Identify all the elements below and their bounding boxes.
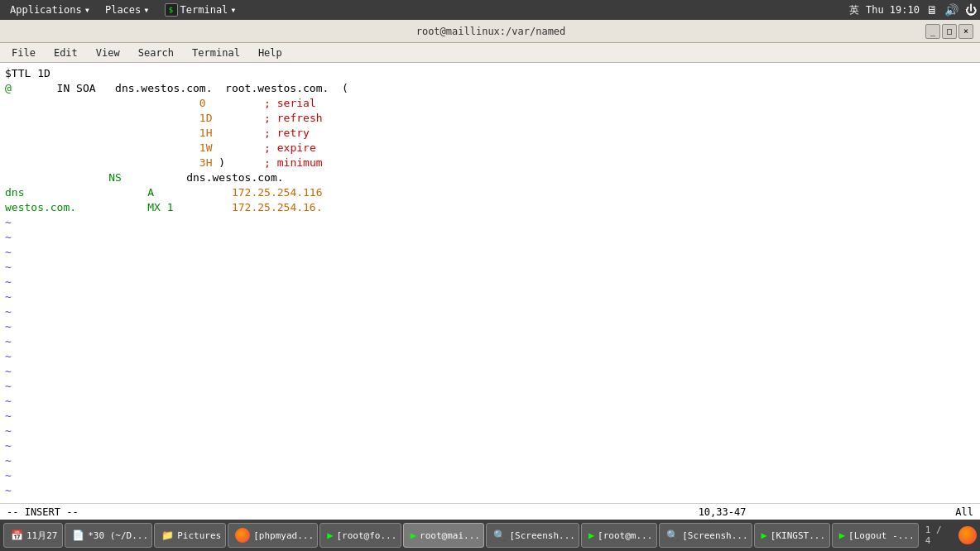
editor-area[interactable]: $TTL 1D @ IN SOA dns.westos.com. root.we… [0, 63, 980, 503]
editor-tilde: ~ [5, 334, 975, 349]
clock: Thu 19:10 [866, 4, 920, 16]
taskbar-label: [Logout -... [848, 530, 914, 541]
editor-tilde: ~ [5, 409, 975, 424]
vim-position: 10,33-47 All [699, 506, 973, 518]
taskbar-label: [Screensh... [682, 530, 747, 541]
taskbar-item-screensh-1[interactable]: 🔍 [Screensh... [486, 523, 579, 548]
menu-search[interactable]: Search [130, 46, 182, 60]
taskbar-firefox-icon[interactable] [958, 526, 977, 544]
editor-tilde: ~ [5, 275, 975, 290]
editor-tilde: ~ [5, 290, 975, 304]
editor-line: dns A 172.25.254.116 [5, 185, 975, 200]
editor-tilde: ~ [5, 453, 975, 468]
menu-terminal[interactable]: Terminal [184, 46, 248, 60]
system-bar-right: 英 Thu 19:10 🖥 🔊 ⏻ [849, 3, 977, 17]
terminal-arrow: ▾ [230, 4, 236, 16]
editor-tilde: ~ [5, 379, 975, 394]
taskbar-label: [phpmyad... [253, 530, 314, 541]
taskbar-label: [root@fo... [336, 530, 396, 541]
taskbar-page: 1 / 4 [920, 525, 955, 546]
minimize-button[interactable]: _ [925, 24, 940, 39]
taskbar-label: 11月27 [26, 529, 58, 542]
editor-line: 0 ; serial [5, 96, 975, 111]
taskbar-label: Pictures [177, 530, 221, 541]
close-button[interactable]: × [958, 24, 973, 39]
menu-help[interactable]: Help [250, 46, 291, 60]
title-bar: root@maillinux:/var/named _ □ × [0, 20, 980, 43]
editor-line: @ IN SOA dns.westos.com. root.westos.com… [5, 81, 975, 96]
menu-bar: File Edit View Search Terminal Help [0, 43, 980, 63]
editor-tilde: ~ [5, 468, 975, 483]
editor-line: 1H ; retry [5, 126, 975, 141]
taskbar-label: [KINGST... [771, 530, 825, 541]
editor-tilde: ~ [5, 424, 975, 438]
editor-tilde: ~ [5, 304, 975, 319]
places-arrow: ▾ [143, 4, 149, 16]
folder-icon: 📁 [161, 529, 174, 541]
window-title: root@maillinux:/var/named [56, 26, 925, 37]
terminal-icon: ▶ [588, 529, 594, 541]
editor-tilde: ~ [5, 498, 975, 503]
taskbar-label: *30 (~/D... [88, 530, 148, 541]
taskbar-item-root-m[interactable]: ▶ [root@m... [581, 523, 657, 548]
editor-line: 1D ; refresh [5, 111, 975, 126]
vim-mode: -- INSERT -- [7, 506, 79, 518]
monitor-icon[interactable]: 🖥 [926, 3, 938, 17]
search-icon: 🔍 [493, 529, 506, 541]
taskbar-right: 1 / 4 [920, 525, 977, 546]
terminal-menu[interactable]: $ Terminal ▾ [158, 2, 243, 18]
search-icon: 🔍 [666, 529, 679, 541]
taskbar-item-calendar[interactable]: 📅 11月27 [3, 523, 63, 548]
system-bar: Applications ▾ Places ▾ $ Terminal ▾ 英 T… [0, 0, 980, 20]
editor-line: $TTL 1D [5, 66, 975, 81]
menu-view[interactable]: View [88, 46, 128, 60]
terminal-window: root@maillinux:/var/named _ □ × File Edi… [0, 20, 980, 520]
terminal-icon: ▶ [411, 529, 416, 541]
taskbar-label: [Screensh... [509, 530, 574, 541]
places-menu[interactable]: Places ▾ [98, 2, 156, 17]
system-bar-left: Applications ▾ Places ▾ $ Terminal ▾ [3, 2, 243, 18]
editor-tilde: ~ [5, 364, 975, 379]
power-icon[interactable]: ⏻ [965, 3, 977, 17]
editor-tilde: ~ [5, 319, 975, 334]
editor-tilde: ~ [5, 230, 975, 245]
taskbar-item-file[interactable]: 📄 *30 (~/D... [65, 523, 152, 548]
maximize-button[interactable]: □ [942, 24, 957, 39]
language-indicator[interactable]: 英 [849, 3, 859, 17]
taskbar-item-logout[interactable]: ▶ [Logout -... [832, 523, 919, 548]
terminal-icon: ▶ [327, 529, 333, 541]
taskbar-label: root@mai... [420, 530, 480, 541]
applications-label: Applications [10, 4, 82, 16]
terminal-icon: ▶ [761, 529, 767, 541]
terminal-icon: $ [165, 3, 178, 17]
editor-line: 3H ) ; minimum [5, 156, 975, 170]
editor-tilde: ~ [5, 245, 975, 260]
taskbar-item-kingst[interactable]: ▶ [KINGST... [754, 523, 830, 548]
editor-tilde: ~ [5, 394, 975, 409]
applications-arrow: ▾ [84, 4, 90, 16]
editor-line: 1W ; expire [5, 141, 975, 156]
taskbar-item-root-fo[interactable]: ▶ [root@fo... [319, 523, 401, 548]
window-controls: _ □ × [925, 24, 973, 39]
menu-file[interactable]: File [3, 46, 44, 60]
applications-menu[interactable]: Applications ▾ [3, 2, 97, 17]
taskbar-label: [root@m... [598, 530, 652, 541]
calendar-icon: 📅 [11, 529, 23, 541]
file-icon: 📄 [72, 529, 84, 541]
firefox-icon [235, 528, 250, 543]
places-label: Places [105, 4, 141, 16]
taskbar-item-screensh-2[interactable]: 🔍 [Screensh... [659, 523, 752, 548]
taskbar-item-pictures[interactable]: 📁 Pictures [154, 523, 226, 548]
volume-icon[interactable]: 🔊 [944, 3, 958, 17]
terminal-label: Terminal [180, 4, 228, 16]
editor-line: NS dns.westos.com. [5, 170, 975, 185]
taskbar-item-root-mai[interactable]: ▶ root@mai... [403, 523, 485, 548]
editor-tilde: ~ [5, 260, 975, 275]
editor-line: westos.com. MX 1 172.25.254.16.█ [5, 200, 975, 215]
editor-tilde: ~ [5, 349, 975, 364]
terminal-icon: ▶ [839, 529, 845, 541]
menu-edit[interactable]: Edit [46, 46, 86, 60]
taskbar-item-phpmyadmin[interactable]: [phpmyad... [228, 523, 318, 548]
editor-tilde: ~ [5, 438, 975, 453]
editor-tilde: ~ [5, 215, 975, 230]
